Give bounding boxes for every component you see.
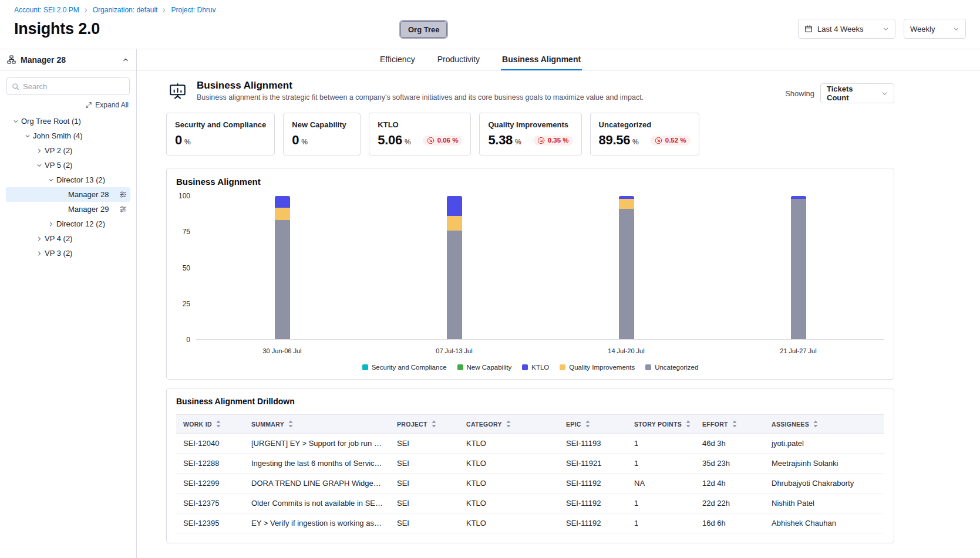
stats-row: Security and Compliance0%New Capability0… [166, 113, 894, 155]
table-cell: SEI-11192 [559, 493, 627, 513]
tabbar: EfficiencyProductivityBusiness Alignment [137, 49, 980, 70]
stacked-bar [275, 196, 290, 339]
sort-icon[interactable] [502, 421, 511, 428]
tab-productivity[interactable]: Productivity [436, 49, 481, 70]
chevron-right-icon[interactable] [34, 251, 45, 256]
sort-icon[interactable] [284, 421, 294, 428]
tree-item-manager-28[interactable]: Manager 28 [6, 187, 130, 202]
chevron-right-icon[interactable] [34, 148, 45, 154]
sort-icon[interactable] [682, 421, 691, 428]
column-header-project[interactable]: PROJECT [390, 415, 459, 434]
tree-item-vp-3-2[interactable]: VP 3 (2) [6, 246, 130, 261]
chevron-down-icon[interactable] [11, 119, 21, 124]
chevron-right-icon[interactable] [34, 236, 45, 242]
y-tick-label: 0 [186, 336, 190, 343]
expand-all-button[interactable]: Expand All [7, 101, 129, 109]
x-axis-label: 21 Jul-27 Jul [712, 347, 884, 354]
chevron-down-icon[interactable] [34, 163, 45, 168]
stat-unit: % [515, 138, 521, 146]
collapse-sidebar-button[interactable] [122, 56, 129, 63]
tree-item-label: VP 5 (2) [45, 161, 72, 170]
sliders-icon[interactable] [119, 205, 127, 213]
tree-item-label: VP 4 (2) [45, 234, 72, 243]
column-header-category[interactable]: CATEGORY [459, 415, 559, 434]
page-title: Insights 2.0 [14, 20, 100, 38]
column-header-summary[interactable]: SUMMARY [244, 415, 390, 434]
tree-item-vp-2-2[interactable]: VP 2 (2) [6, 143, 130, 158]
tree-item-label: Director 12 (2) [56, 219, 105, 228]
org-tree: Org Tree Root (1)John Smith (4)VP 2 (2)V… [0, 114, 136, 265]
column-header-label: CATEGORY [466, 421, 502, 428]
chart-title: Business Alignment [176, 177, 884, 187]
column-header-effort[interactable]: EFFORT [695, 415, 765, 434]
tree-item-director-13-2[interactable]: Director 13 (2) [6, 173, 130, 187]
chevron-down-icon [883, 26, 889, 32]
date-range-select[interactable]: Last 4 Weeks [798, 19, 895, 39]
tree-item-john-smith-4[interactable]: John Smith (4) [6, 128, 130, 143]
column-header-work-id[interactable]: WORK ID [176, 415, 244, 434]
column-header-story-points[interactable]: STORY POINTS [627, 415, 695, 434]
table-row-sei-12375[interactable]: SEI-12375Older Commits is not available … [176, 493, 884, 513]
expand-all-label: Expand All [95, 101, 129, 109]
tree-item-org-tree-root-1[interactable]: Org Tree Root (1) [6, 114, 130, 128]
tab-efficiency[interactable]: Efficiency [379, 49, 416, 70]
y-tick-label: 50 [183, 265, 190, 272]
table-cell: 35d 23h [695, 454, 765, 474]
tree-item-director-12-2[interactable]: Director 12 (2) [6, 217, 130, 231]
chevron-right-icon[interactable] [46, 221, 56, 227]
bar-segment-ktlo [275, 196, 290, 208]
sort-icon[interactable] [212, 421, 221, 428]
chevron-down-icon[interactable] [46, 177, 56, 183]
stat-value: 0 [175, 133, 182, 148]
legend-item-new-capability: New Capability [457, 364, 512, 371]
main-layout: Manager 28 Expand All Org Tree Root (1)J… [0, 49, 980, 558]
table-row-sei-12395[interactable]: SEI-12395EY > Verify if ingestion is wor… [176, 513, 884, 533]
chevron-right-icon [161, 8, 167, 13]
bar-group [540, 196, 712, 339]
legend-label: Security and Compliance [372, 364, 447, 371]
table-cell: KTLO [459, 474, 559, 493]
table-row-sei-12299[interactable]: SEI-12299DORA TREND LINE GRAPH Widgets i… [176, 474, 884, 493]
tab-business-alignment[interactable]: Business Alignment [501, 49, 582, 70]
chevron-down-icon[interactable] [22, 133, 33, 139]
sliders-icon[interactable] [119, 191, 127, 198]
section-header: Business Alignment Business alignment is… [166, 80, 894, 103]
table-cell: Meetrajsinh Solanki [765, 454, 884, 474]
legend-label: Quality Improvements [569, 364, 635, 371]
column-header-label: PROJECT [397, 421, 427, 428]
showing-value: Tickets Count [827, 84, 877, 102]
table-row-sei-12040[interactable]: SEI-12040[URGENT] EY > Support for job r… [176, 434, 884, 454]
legend-item-uncategorized: Uncategorized [645, 364, 698, 371]
sort-icon[interactable] [728, 421, 737, 428]
tree-item-manager-29[interactable]: Manager 29 [6, 202, 130, 217]
sort-icon[interactable] [581, 421, 591, 428]
showing-select[interactable]: Tickets Count [820, 83, 894, 103]
breadcrumb-link-account-sei-2-0-pm[interactable]: Account: SEI 2.0 PM [14, 6, 79, 14]
breadcrumb-link-organization-default[interactable]: Organization: default [93, 6, 158, 14]
drilldown-title: Business Alignment Drilldown [176, 397, 884, 406]
sort-icon[interactable] [809, 421, 819, 428]
content-area: Business Alignment Business alignment is… [166, 70, 894, 543]
bar-group [368, 196, 540, 339]
table-row-sei-12288[interactable]: SEI-12288Ingesting the last 6 months of … [176, 454, 884, 474]
bar-segment-ktlo [447, 196, 462, 216]
table-cell: KTLO [459, 454, 559, 474]
column-header-assignees[interactable]: ASSIGNEES [765, 415, 884, 434]
table-cell: SEI [390, 474, 459, 493]
search-input[interactable] [23, 82, 124, 91]
plot-area [196, 196, 884, 340]
table-cell: 1 [627, 454, 695, 474]
stat-delta-value: 0.06 % [437, 137, 459, 144]
sort-icon[interactable] [427, 421, 437, 428]
tree-item-label: Org Tree Root (1) [21, 117, 81, 126]
stat-unit: % [405, 138, 411, 146]
table-cell: Abhishek Chauhan [765, 513, 884, 533]
org-tree-button[interactable]: Org Tree [400, 21, 447, 38]
granularity-select[interactable]: Weekly [904, 19, 966, 39]
breadcrumb-link-project-dhruv[interactable]: Project: Dhruv [171, 6, 215, 14]
table-cell: SEI-12040 [176, 434, 244, 454]
tree-item-vp-5-2[interactable]: VP 5 (2) [6, 158, 130, 173]
stacked-bar [619, 196, 634, 339]
tree-item-vp-4-2[interactable]: VP 4 (2) [6, 231, 130, 246]
column-header-epic[interactable]: EPIC [559, 415, 627, 434]
